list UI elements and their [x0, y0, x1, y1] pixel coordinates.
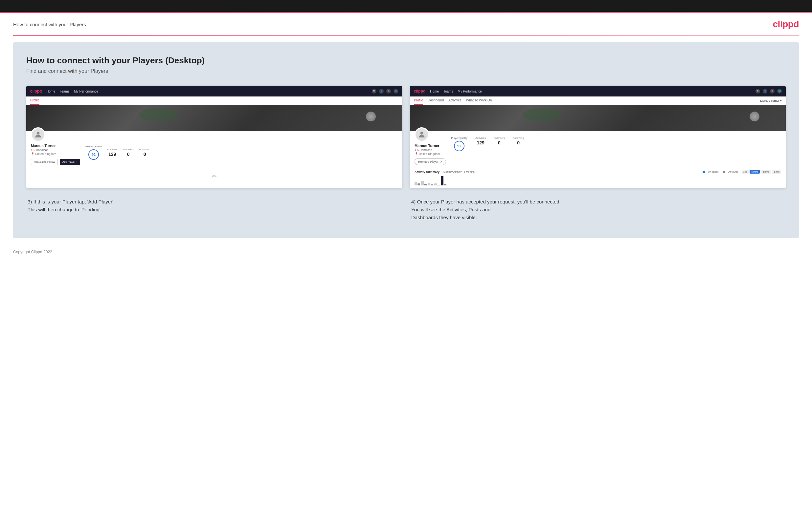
chart-bar-group-2	[421, 181, 427, 185]
page-subheading: Find and connect with your Players	[26, 68, 786, 74]
avatar-2	[414, 127, 429, 142]
on-course-legend	[703, 171, 705, 173]
chart-bar-highlight	[441, 176, 444, 185]
tab-bar-2: Profile Dashboard Activities What To Wor…	[410, 97, 786, 105]
chart-bar	[428, 183, 430, 185]
page-heading: How to connect with your Players (Deskto…	[26, 55, 786, 66]
time-buttons: 1 yr 6 mths 3 mths 1 mth	[742, 170, 781, 174]
profile-handicap-2: 1-5 Handicap	[414, 148, 446, 152]
profile-top-2: Marcus Turner 1-5 Handicap 📍 United King…	[414, 134, 781, 165]
nav-icons-1: 🔍 👤 ⚙ 🌐	[372, 89, 398, 94]
screenshot-1: clippd Home Teams My Performance 🔍 👤 ⚙ 🌐…	[26, 86, 402, 188]
close-icon-remove: ✕	[440, 160, 443, 163]
header-divider	[13, 36, 799, 36]
chart-bar	[434, 183, 437, 185]
top-bar	[0, 0, 812, 12]
user-selector-2[interactable]: Marcus Turner ▾	[760, 99, 782, 102]
screenshots-row: clippd Home Teams My Performance 🔍 👤 ⚙ 🌐…	[26, 86, 786, 188]
nav-icons-2: 🔍 👤 ⚙ 🌐	[756, 89, 782, 94]
quality-circle-1: 92	[88, 149, 99, 160]
copyright: Copyright Clippd 2022	[13, 250, 52, 254]
user-icon-2[interactable]: 👤	[763, 89, 767, 94]
quality-circle-2: 92	[454, 141, 464, 151]
chart-bar	[444, 184, 446, 185]
tab-dashboard-2[interactable]: Dashboard	[428, 97, 444, 105]
chart-bar-group-3	[428, 183, 433, 185]
avatar-1	[31, 127, 45, 142]
nav-performance-1[interactable]: My Performance	[74, 90, 98, 93]
main-content: How to connect with your Players (Deskto…	[13, 42, 799, 238]
app-navbar-1: clippd Home Teams My Performance 🔍 👤 ⚙ 🌐	[26, 86, 402, 97]
time-1mth[interactable]: 1 mth	[772, 170, 781, 174]
player-quality-1: Player Quality 92	[86, 145, 102, 160]
edit-icon-1: ✏	[212, 173, 216, 179]
location-icon-2: 📍	[414, 152, 418, 156]
description-left: 3) If this is your Player tap, 'Add Play…	[26, 198, 402, 222]
stat-followers-1: Followers 0	[122, 148, 134, 157]
footer: Copyright Clippd 2022	[0, 244, 812, 260]
tab-bar-1: Profile	[26, 97, 402, 105]
stats-row-2: Player Quality 92 Activities 129 Followe…	[451, 136, 781, 151]
add-player-button-1[interactable]: Add Player +	[60, 159, 80, 165]
profile-right-col-2: Player Quality 92 Activities 129 Followe…	[451, 134, 781, 154]
time-6mths[interactable]: 6 mths	[750, 170, 760, 174]
profile-info-1: Marcus Turner 1-5 Handicap 📍 United King…	[26, 131, 402, 170]
tab-what-to-work-on-2[interactable]: What To Work On	[466, 97, 492, 105]
header-title: How to connect with your Players	[13, 22, 86, 27]
app-navbar-2: clippd Home Teams My Performance 🔍 👤 ⚙ 🌐	[410, 86, 786, 97]
nav-teams-1[interactable]: Teams	[60, 90, 69, 93]
chart-bar	[421, 181, 424, 185]
golf-banner-1	[26, 105, 402, 131]
globe-icon-2[interactable]: 🌐	[777, 89, 782, 94]
profile-actions-1: Request to Follow Add Player +	[31, 159, 80, 165]
activity-legend: On course Off course	[703, 171, 738, 173]
stat-activities-2: Activities 129	[475, 136, 486, 151]
clippd-logo: clippd	[773, 19, 799, 30]
description-text-right: 4) Once your Player has accepted your re…	[411, 198, 784, 222]
follow-button-1[interactable]: Request to Follow	[31, 159, 58, 165]
stat-followers-2: Followers 0	[494, 136, 505, 151]
svg-point-0	[37, 131, 40, 134]
activity-header: Activity Summary Monthly Activity · 6 Mo…	[414, 170, 781, 174]
remove-player-button[interactable]: Remove Player ✕	[414, 158, 446, 165]
profile-name-2: Marcus Turner	[414, 144, 446, 148]
description-right: 4) Once your Player has accepted your re…	[410, 198, 786, 222]
time-3mths[interactable]: 3 mths	[761, 170, 771, 174]
settings-icon-2[interactable]: ⚙	[770, 89, 774, 94]
profile-location-2: 📍 United Kingdom	[414, 152, 446, 156]
off-course-legend	[723, 171, 725, 173]
activity-chart	[414, 176, 781, 185]
search-icon-2[interactable]: 🔍	[756, 89, 760, 94]
chart-bar-group-5	[441, 176, 446, 185]
player-quality-2: Player Quality 92	[451, 136, 468, 151]
time-1yr[interactable]: 1 yr	[742, 170, 749, 174]
nav-home-2[interactable]: Home	[430, 90, 439, 93]
tab-profile-2[interactable]: Profile	[414, 97, 423, 105]
chart-bar	[414, 182, 417, 185]
globe-icon-1[interactable]: 🌐	[394, 89, 398, 94]
profile-info-2: Marcus Turner 1-5 Handicap 📍 United King…	[410, 131, 786, 167]
settings-icon-1[interactable]: ⚙	[386, 89, 391, 94]
nav-performance-2[interactable]: My Performance	[458, 90, 481, 93]
stat-following-1: Following 0	[139, 148, 150, 157]
profile-location-1: 📍 United Kingdom	[31, 152, 80, 156]
profile-name-1: Marcus Turner	[31, 144, 80, 148]
user-icon-1[interactable]: 👤	[379, 89, 384, 94]
tab-activities-2[interactable]: Activities	[448, 97, 461, 105]
location-icon-1: 📍	[31, 152, 35, 156]
nav-teams-2[interactable]: Teams	[444, 90, 453, 93]
chart-bar	[424, 184, 427, 185]
profile-left-col-2: Marcus Turner 1-5 Handicap 📍 United King…	[414, 134, 446, 165]
chart-bar	[430, 184, 433, 185]
chart-bar-group-1	[414, 182, 420, 185]
activity-title: Activity Summary	[414, 170, 440, 174]
header: How to connect with your Players clippd	[0, 13, 812, 36]
app-logo-2: clippd	[414, 89, 425, 94]
nav-home-1[interactable]: Home	[46, 90, 55, 93]
search-icon-1[interactable]: 🔍	[372, 89, 376, 94]
chart-bar	[437, 185, 440, 185]
golf-banner-2	[410, 105, 786, 131]
tab-profile-1[interactable]: Profile	[30, 97, 39, 105]
screenshot-bottom-1: ✏	[26, 170, 402, 183]
stat-activities-1: Activities 129	[107, 148, 117, 157]
